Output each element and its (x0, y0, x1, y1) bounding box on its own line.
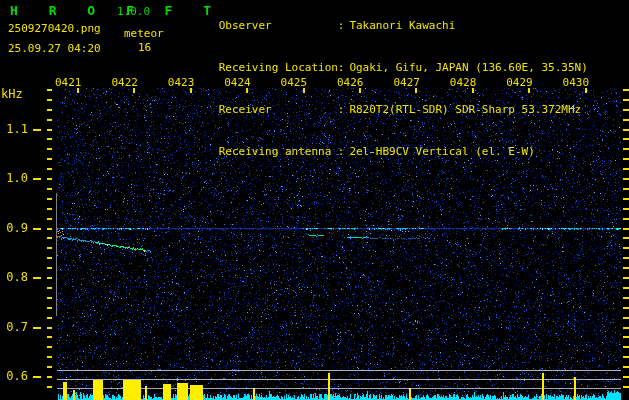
observation-datetime: 25.09.27 04:20 (8, 42, 101, 55)
freq-label: 1.0 (0, 171, 28, 185)
info-value: Ogaki, Gifu, JAPAN (136.60E, 35.35N) (349, 61, 587, 74)
freq-label: 0.7 (0, 320, 28, 334)
colon: : (338, 61, 345, 74)
info-row-receiver: Receiver:R820T2(RTL-SDR) SDR-Sharp 53.37… (179, 89, 588, 131)
freq-label: 0.6 (0, 369, 28, 383)
colon: : (338, 103, 345, 116)
colon: : (338, 19, 345, 32)
file-name: 2509270420.png (8, 22, 101, 35)
mode-label: meteor (124, 27, 164, 40)
info-label: Receiving antenna (219, 145, 338, 159)
freq-unit-label: kHz (1, 87, 23, 101)
time-label: 0427 (393, 76, 420, 89)
time-label: 0424 (224, 76, 251, 89)
time-label: 0426 (337, 76, 364, 89)
time-label: 0428 (450, 76, 477, 89)
freq-label: 0.9 (0, 221, 28, 235)
time-label: 0421 (55, 76, 82, 89)
hrofft-window: H R O F F T 1.0.0 2509270420.png meteor … (0, 0, 629, 400)
freq-label: 0.8 (0, 270, 28, 284)
time-label: 0423 (168, 76, 195, 89)
meteor-count: 16 (138, 41, 151, 54)
time-label: 0425 (281, 76, 308, 89)
info-label: Receiving Location (219, 61, 338, 75)
app-version: 1.0.0 (117, 5, 150, 18)
station-info: Observer:Takanori Kawachi Receiving Loca… (179, 5, 588, 173)
info-label: Observer (219, 19, 338, 33)
freq-label: 1.1 (0, 122, 28, 136)
time-label: 0430 (563, 76, 590, 89)
info-row-antenna: Receiving antenna:2el-HB9CV Vertical (el… (179, 131, 588, 173)
time-label: 0422 (111, 76, 138, 89)
info-value: Takanori Kawachi (349, 19, 455, 32)
info-row-observer: Observer:Takanori Kawachi (179, 5, 588, 47)
colon: : (338, 145, 345, 158)
info-value: 2el-HB9CV Vertical (el. E-W) (349, 145, 534, 158)
info-label: Receiver (219, 103, 338, 117)
info-value: R820T2(RTL-SDR) SDR-Sharp 53.372MHz (349, 103, 581, 116)
time-label: 0429 (506, 76, 533, 89)
